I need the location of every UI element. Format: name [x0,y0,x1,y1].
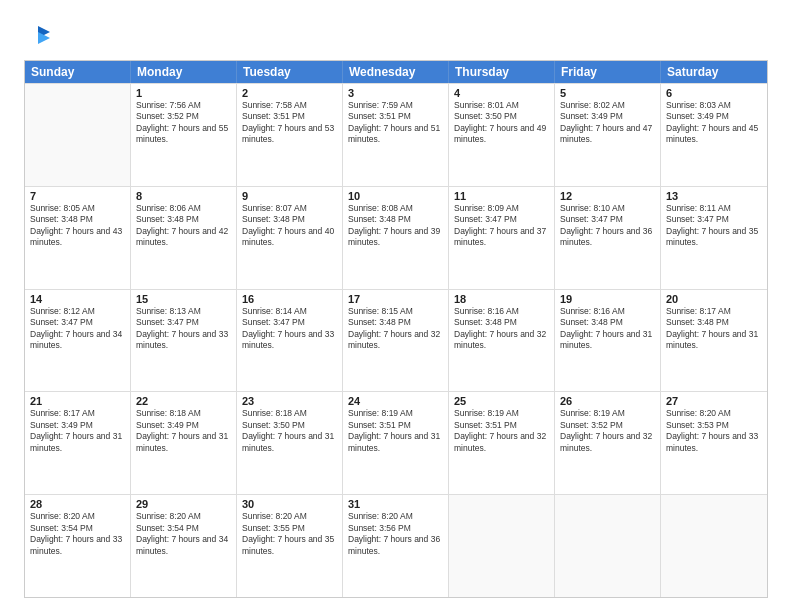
day-number: 30 [242,498,337,510]
day-info: Sunrise: 8:02 AMSunset: 3:49 PMDaylight:… [560,100,655,146]
calendar-cell: 31Sunrise: 8:20 AMSunset: 3:56 PMDayligh… [343,495,449,597]
calendar-cell: 10Sunrise: 8:08 AMSunset: 3:48 PMDayligh… [343,187,449,289]
calendar-cell [449,495,555,597]
day-number: 19 [560,293,655,305]
day-number: 11 [454,190,549,202]
day-number: 28 [30,498,125,510]
day-info: Sunrise: 7:56 AMSunset: 3:52 PMDaylight:… [136,100,231,146]
day-info: Sunrise: 8:07 AMSunset: 3:48 PMDaylight:… [242,203,337,249]
day-info: Sunrise: 8:16 AMSunset: 3:48 PMDaylight:… [560,306,655,352]
calendar-cell: 25Sunrise: 8:19 AMSunset: 3:51 PMDayligh… [449,392,555,494]
calendar-cell: 11Sunrise: 8:09 AMSunset: 3:47 PMDayligh… [449,187,555,289]
day-info: Sunrise: 8:17 AMSunset: 3:49 PMDaylight:… [30,408,125,454]
day-number: 1 [136,87,231,99]
day-info: Sunrise: 8:20 AMSunset: 3:55 PMDaylight:… [242,511,337,557]
day-info: Sunrise: 8:11 AMSunset: 3:47 PMDaylight:… [666,203,762,249]
day-info: Sunrise: 8:20 AMSunset: 3:56 PMDaylight:… [348,511,443,557]
cal-header-sunday: Sunday [25,61,131,83]
day-number: 12 [560,190,655,202]
page: SundayMondayTuesdayWednesdayThursdayFrid… [0,0,792,612]
calendar-cell: 9Sunrise: 8:07 AMSunset: 3:48 PMDaylight… [237,187,343,289]
day-info: Sunrise: 7:58 AMSunset: 3:51 PMDaylight:… [242,100,337,146]
day-info: Sunrise: 7:59 AMSunset: 3:51 PMDaylight:… [348,100,443,146]
day-info: Sunrise: 8:01 AMSunset: 3:50 PMDaylight:… [454,100,549,146]
calendar-cell: 22Sunrise: 8:18 AMSunset: 3:49 PMDayligh… [131,392,237,494]
day-number: 25 [454,395,549,407]
cal-header-friday: Friday [555,61,661,83]
calendar-cell [555,495,661,597]
cal-header-saturday: Saturday [661,61,767,83]
day-info: Sunrise: 8:19 AMSunset: 3:51 PMDaylight:… [348,408,443,454]
day-number: 29 [136,498,231,510]
day-info: Sunrise: 8:19 AMSunset: 3:51 PMDaylight:… [454,408,549,454]
day-info: Sunrise: 8:05 AMSunset: 3:48 PMDaylight:… [30,203,125,249]
day-number: 4 [454,87,549,99]
day-number: 2 [242,87,337,99]
calendar-week-2: 7Sunrise: 8:05 AMSunset: 3:48 PMDaylight… [25,186,767,289]
day-info: Sunrise: 8:18 AMSunset: 3:50 PMDaylight:… [242,408,337,454]
calendar-cell: 6Sunrise: 8:03 AMSunset: 3:49 PMDaylight… [661,84,767,186]
day-number: 6 [666,87,762,99]
calendar-header-row: SundayMondayTuesdayWednesdayThursdayFrid… [25,61,767,83]
calendar-cell: 8Sunrise: 8:06 AMSunset: 3:48 PMDaylight… [131,187,237,289]
cal-header-thursday: Thursday [449,61,555,83]
calendar-cell: 24Sunrise: 8:19 AMSunset: 3:51 PMDayligh… [343,392,449,494]
day-number: 8 [136,190,231,202]
day-number: 13 [666,190,762,202]
day-number: 5 [560,87,655,99]
day-number: 14 [30,293,125,305]
calendar-week-4: 21Sunrise: 8:17 AMSunset: 3:49 PMDayligh… [25,391,767,494]
calendar-cell: 1Sunrise: 7:56 AMSunset: 3:52 PMDaylight… [131,84,237,186]
day-number: 3 [348,87,443,99]
cal-header-wednesday: Wednesday [343,61,449,83]
day-info: Sunrise: 8:08 AMSunset: 3:48 PMDaylight:… [348,203,443,249]
calendar-cell: 16Sunrise: 8:14 AMSunset: 3:47 PMDayligh… [237,290,343,392]
calendar-cell: 27Sunrise: 8:20 AMSunset: 3:53 PMDayligh… [661,392,767,494]
day-info: Sunrise: 8:10 AMSunset: 3:47 PMDaylight:… [560,203,655,249]
calendar-cell: 30Sunrise: 8:20 AMSunset: 3:55 PMDayligh… [237,495,343,597]
day-number: 20 [666,293,762,305]
calendar-cell: 15Sunrise: 8:13 AMSunset: 3:47 PMDayligh… [131,290,237,392]
day-info: Sunrise: 8:15 AMSunset: 3:48 PMDaylight:… [348,306,443,352]
day-number: 18 [454,293,549,305]
day-number: 26 [560,395,655,407]
calendar-cell: 7Sunrise: 8:05 AMSunset: 3:48 PMDaylight… [25,187,131,289]
day-info: Sunrise: 8:14 AMSunset: 3:47 PMDaylight:… [242,306,337,352]
day-info: Sunrise: 8:06 AMSunset: 3:48 PMDaylight:… [136,203,231,249]
day-info: Sunrise: 8:12 AMSunset: 3:47 PMDaylight:… [30,306,125,352]
logo [24,22,56,50]
day-number: 23 [242,395,337,407]
calendar-cell: 2Sunrise: 7:58 AMSunset: 3:51 PMDaylight… [237,84,343,186]
day-number: 27 [666,395,762,407]
header [24,18,768,50]
day-number: 7 [30,190,125,202]
calendar-cell [661,495,767,597]
day-number: 22 [136,395,231,407]
cal-header-monday: Monday [131,61,237,83]
calendar-cell: 28Sunrise: 8:20 AMSunset: 3:54 PMDayligh… [25,495,131,597]
day-info: Sunrise: 8:20 AMSunset: 3:54 PMDaylight:… [30,511,125,557]
cal-header-tuesday: Tuesday [237,61,343,83]
day-number: 16 [242,293,337,305]
calendar-cell: 20Sunrise: 8:17 AMSunset: 3:48 PMDayligh… [661,290,767,392]
calendar-cell: 23Sunrise: 8:18 AMSunset: 3:50 PMDayligh… [237,392,343,494]
calendar-cell [25,84,131,186]
calendar-cell: 13Sunrise: 8:11 AMSunset: 3:47 PMDayligh… [661,187,767,289]
calendar-cell: 5Sunrise: 8:02 AMSunset: 3:49 PMDaylight… [555,84,661,186]
calendar-cell: 21Sunrise: 8:17 AMSunset: 3:49 PMDayligh… [25,392,131,494]
day-info: Sunrise: 8:13 AMSunset: 3:47 PMDaylight:… [136,306,231,352]
calendar-cell: 18Sunrise: 8:16 AMSunset: 3:48 PMDayligh… [449,290,555,392]
day-number: 17 [348,293,443,305]
day-info: Sunrise: 8:03 AMSunset: 3:49 PMDaylight:… [666,100,762,146]
day-number: 10 [348,190,443,202]
day-info: Sunrise: 8:18 AMSunset: 3:49 PMDaylight:… [136,408,231,454]
calendar-cell: 4Sunrise: 8:01 AMSunset: 3:50 PMDaylight… [449,84,555,186]
day-info: Sunrise: 8:20 AMSunset: 3:53 PMDaylight:… [666,408,762,454]
calendar-cell: 29Sunrise: 8:20 AMSunset: 3:54 PMDayligh… [131,495,237,597]
calendar-cell: 19Sunrise: 8:16 AMSunset: 3:48 PMDayligh… [555,290,661,392]
calendar-body: 1Sunrise: 7:56 AMSunset: 3:52 PMDaylight… [25,83,767,597]
day-info: Sunrise: 8:09 AMSunset: 3:47 PMDaylight:… [454,203,549,249]
generalblue-icon [24,22,52,50]
calendar-week-3: 14Sunrise: 8:12 AMSunset: 3:47 PMDayligh… [25,289,767,392]
day-info: Sunrise: 8:20 AMSunset: 3:54 PMDaylight:… [136,511,231,557]
